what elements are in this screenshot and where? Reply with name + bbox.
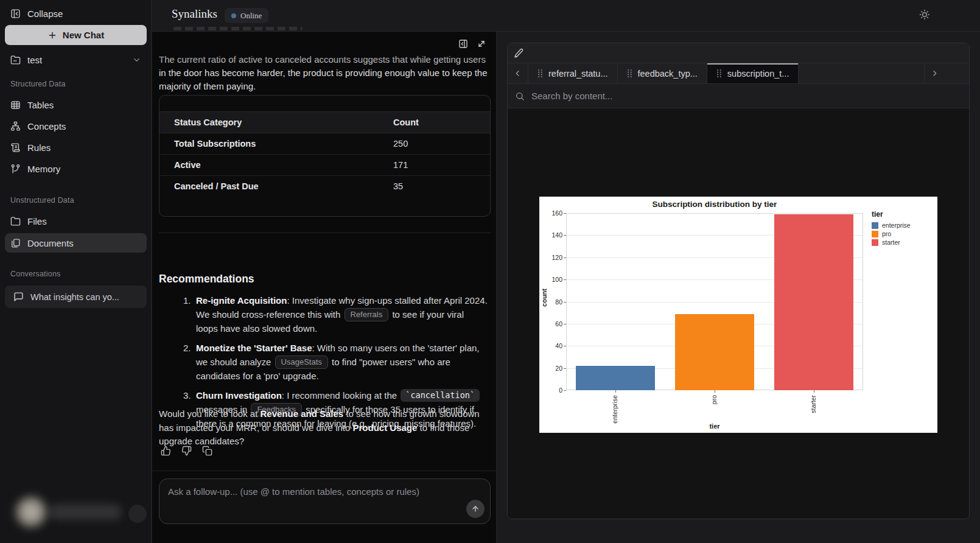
tab-referral_statu_[interactable]: referral_statu... [528, 63, 618, 83]
mention-chip[interactable]: Referrals [345, 308, 389, 321]
code-chip: `cancellation` [401, 389, 480, 402]
bold-text: Monetize the 'Starter' Base [196, 343, 312, 353]
chat-panel: The current ratio of active to canceled … [152, 32, 497, 543]
bar-enterprise [576, 366, 655, 390]
column-header: Count [379, 112, 490, 133]
thumbs-up-icon[interactable] [161, 446, 171, 456]
drag-handle-icon[interactable] [537, 69, 543, 78]
send-button[interactable] [466, 500, 485, 518]
tab-label: subscription_t... [727, 69, 789, 79]
search-input[interactable] [530, 90, 962, 102]
sidebar-item-files[interactable]: Files [0, 211, 152, 231]
y-tick-mark [564, 235, 566, 236]
structured-data-heading: Structured Data [10, 80, 66, 88]
y-tick-label: 140 [542, 231, 562, 239]
table-row: Canceled / Past Due35 [159, 175, 490, 197]
text-span: : I recommend looking at the [282, 390, 399, 401]
app-root: Collapse New Chat test Structured Data T… [0, 0, 980, 543]
feedback-actions [161, 446, 212, 456]
collapse-panel-icon[interactable] [458, 39, 468, 49]
new-chat-button[interactable]: New Chat [5, 25, 147, 45]
list-item-text: Re-ignite Acquisition: Investigate why s… [196, 293, 488, 335]
chart-legend: tierenterpriseprostarter [872, 210, 911, 247]
tables-icon [10, 100, 21, 110]
app-title: Synalinks [172, 7, 217, 21]
row-value: 250 [379, 133, 490, 154]
y-tick-mark [564, 390, 566, 391]
legend-swatch [872, 222, 878, 229]
drag-handle-icon[interactable] [716, 69, 722, 78]
table-header-row: Status CategoryCount [159, 111, 490, 133]
memory-icon [10, 164, 21, 174]
sidebar: Collapse New Chat test Structured Data T… [0, 0, 152, 543]
expand-panel-icon[interactable] [477, 39, 486, 49]
sidebar-item-tables[interactable]: Tables [0, 95, 152, 114]
bold-text: Product Usage [352, 422, 417, 433]
legend-swatch [872, 231, 878, 237]
tabs-scroll-left-button[interactable] [508, 63, 528, 83]
y-tick-label: 160 [542, 209, 562, 217]
table-row: Total Subscriptions250 [159, 133, 490, 154]
tab-strip-spacer [945, 63, 969, 83]
x-axis-label: tier [566, 422, 863, 430]
online-dot-icon [231, 13, 236, 18]
sidebar-item-memory[interactable]: Memory [0, 159, 152, 178]
chat-bubble-icon [13, 292, 24, 302]
content-search-bar [508, 84, 969, 108]
tab-label: feedback_typ... [638, 69, 698, 79]
sidebar-item-label: Concepts [27, 121, 66, 131]
status-label: Online [240, 11, 262, 21]
y-tick-label: 20 [542, 365, 562, 372]
x-tick-mark [814, 390, 814, 393]
x-tick-mark [715, 390, 715, 393]
row-label: Active [159, 155, 379, 175]
tab-feedback_typ_[interactable]: feedback_typ... [618, 63, 707, 83]
legend-label: enterprise [882, 222, 911, 229]
y-tick-label: 40 [542, 342, 562, 349]
sidebar-item-documents[interactable]: Documents [5, 233, 147, 253]
column-header: Status Category [159, 112, 379, 133]
drag-handle-icon[interactable] [627, 69, 632, 78]
sidebar-item-label: Rules [27, 142, 51, 153]
row-value: 171 [379, 155, 490, 175]
x-tick-label: enterprise [611, 395, 618, 424]
sidebar-item-label: Documents [27, 238, 74, 248]
subscription-chart: Subscription distribution by tier0204060… [539, 197, 937, 433]
collapse-sidebar-button[interactable]: Collapse [0, 4, 152, 23]
y-tick-mark [564, 213, 566, 214]
sidebar-item-rules[interactable]: Rules [0, 138, 152, 157]
blurred-logo [10, 487, 125, 537]
tabs-scroll-right-button[interactable] [924, 63, 945, 83]
tab-strip: referral_statu...feedback_typ...subscrip… [508, 63, 969, 84]
follow-up-input[interactable] [161, 480, 465, 511]
y-tick-mark [564, 279, 566, 280]
x-tick-label: starter [810, 395, 817, 413]
chevron-down-icon[interactable] [132, 55, 141, 65]
sidebar-item-label: Memory [27, 164, 60, 174]
project-label: test [27, 55, 42, 65]
conversation-item[interactable]: What insights can yo... [5, 286, 147, 308]
tab-subscription_t_[interactable]: subscription_t... [707, 63, 799, 83]
sidebar-item-concepts[interactable]: Concepts [0, 116, 152, 136]
message-divider [159, 233, 491, 233]
copy-icon[interactable] [202, 446, 212, 456]
mention-chip[interactable]: UsageStats [275, 356, 328, 369]
new-chat-label: New Chat [63, 30, 104, 40]
y-tick-label: 60 [542, 320, 562, 328]
y-tick-label: 120 [542, 254, 562, 261]
legend-entry: starter [872, 239, 911, 246]
bar-starter [774, 214, 853, 390]
theme-toggle-button[interactable] [919, 9, 930, 20]
y-tick-mark [564, 346, 566, 346]
search-icon [515, 91, 525, 101]
table-top-cap [159, 96, 490, 111]
tab-label: referral_statu... [548, 69, 608, 79]
legend-entry: enterprise [872, 222, 911, 229]
conversations-heading: Conversations [10, 270, 61, 278]
sidebar-item-test[interactable]: test [0, 50, 152, 69]
thumbs-down-icon[interactable] [181, 446, 192, 456]
rules-icon [10, 142, 21, 153]
chart-title: Subscription distribution by tier [566, 200, 863, 209]
collapse-label: Collapse [27, 9, 63, 19]
edit-pencil-icon[interactable] [514, 48, 523, 58]
